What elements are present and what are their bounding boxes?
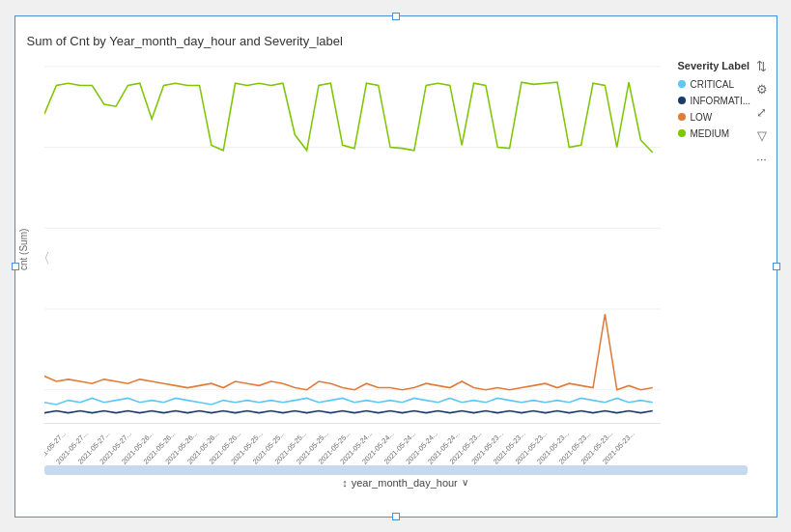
- expand-button[interactable]: ⤢: [751, 102, 773, 124]
- legend-label-low: LOW: [691, 112, 713, 123]
- filter-button[interactable]: ▽: [751, 126, 773, 147]
- chart-title: Sum of Cnt by Year_month_day_hour and Se…: [15, 26, 777, 52]
- legend-label-critical: CRITICAL: [691, 79, 735, 90]
- x-axis-dropdown-icon[interactable]: ∨: [462, 477, 468, 488]
- settings-button[interactable]: ⚙: [751, 79, 773, 100]
- toolbar: ⇅ ⚙ ⤢ ▽ ···: [751, 56, 773, 170]
- legend-dot-low: [678, 113, 686, 121]
- legend-dot-critical: [678, 80, 686, 88]
- chart-scroll-left[interactable]: 〈: [37, 250, 50, 267]
- chart-container: Sum of Cnt by Year_month_day_hour and Se…: [14, 15, 777, 518]
- resize-bottom[interactable]: [392, 513, 400, 520]
- chart-inner: 〈 50 40 30 20 10: [35, 52, 670, 465]
- resize-top[interactable]: [392, 13, 400, 20]
- chart-body: cnt (Sum) 〈 50 40 30 20 10: [15, 52, 777, 465]
- x-axis-sort-icon[interactable]: ↕: [342, 477, 348, 489]
- legend-dot-medium: [678, 129, 686, 137]
- scrollbar-thumb[interactable]: [44, 465, 748, 475]
- x-axis-bottom: ↕ year_month_day_hour ∨: [15, 475, 777, 490]
- chart-svg: 50 40 30 20 10 2021-05-2... 2021-0: [44, 56, 661, 465]
- legend-label-informational: INFORMATI...: [691, 96, 751, 106]
- legend-dot-informational: [678, 97, 686, 104]
- legend-label-medium: MEDIUM: [691, 128, 730, 139]
- x-axis-label: year_month_day_hour: [352, 477, 458, 489]
- y-axis-label: cnt (Sum): [15, 33, 35, 465]
- legend-panel: ⇅ ⚙ ⤢ ▽ ··· Severity Label CRITICAL INFO…: [670, 52, 777, 465]
- sort-button[interactable]: ⇅: [751, 56, 773, 77]
- more-button[interactable]: ···: [751, 149, 773, 170]
- scrollbar[interactable]: [44, 465, 748, 475]
